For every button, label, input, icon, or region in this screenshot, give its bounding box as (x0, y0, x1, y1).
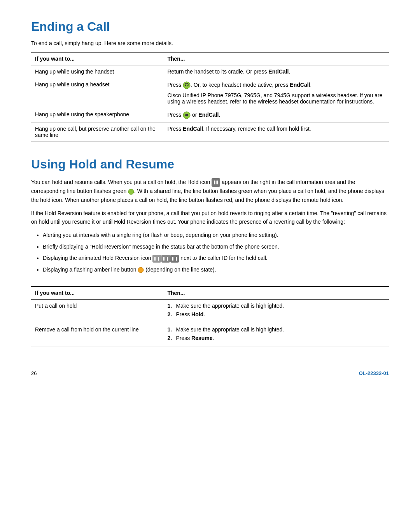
svg-rect-5 (185, 115, 186, 116)
svg-rect-15 (167, 257, 168, 261)
table-cell-want: Hang up while using the handset (31, 65, 163, 78)
table-cell-then: 1. Make sure the appropriate call is hig… (163, 299, 389, 323)
svg-rect-12 (158, 257, 159, 261)
svg-rect-2 (187, 85, 189, 86)
list-item: 2. Press Hold. (167, 311, 385, 317)
list-item: 1. Make sure the appropriate call is hig… (167, 326, 385, 333)
speaker-icon (183, 111, 191, 119)
footer: 26 OL-22332-01 (31, 370, 389, 376)
table-row: Hang up while using the speakerphone Pre… (31, 108, 389, 123)
doc-reference: OL-22332-01 (359, 370, 389, 376)
steps-list: 1. Make sure the appropriate call is hig… (167, 303, 385, 317)
list-item: Displaying a flashing amber line button … (43, 266, 389, 274)
hr-icon2 (161, 255, 170, 263)
hr-icon3 (170, 255, 179, 263)
list-item: Alerting you at intervals with a single … (43, 231, 389, 240)
amber-circle-icon (138, 267, 144, 273)
green-circle-icon (128, 189, 134, 195)
section2-para2: If the Hold Reversion feature is enabled… (31, 209, 389, 226)
page-number: 26 (31, 370, 37, 376)
svg-rect-1 (185, 85, 186, 86)
bullet-list: Alerting you at intervals with a single … (43, 231, 389, 274)
col1-header: If you want to... (31, 52, 163, 65)
table-row: Remove a call from hold on the current l… (31, 323, 389, 347)
table-cell-then: Press EndCall. If necessary, remove the … (163, 123, 389, 142)
table-row: Hang up one call, but preserve another c… (31, 123, 389, 142)
hold-reversion-icons (152, 255, 179, 263)
headset-icon (183, 81, 191, 89)
table-cell-want: Hang up one call, but preserve another c… (31, 123, 163, 142)
svg-rect-7 (214, 181, 215, 184)
section2-body: You can hold and resume calls. When you … (31, 178, 389, 274)
table-row: Hang up while using the handset Return t… (31, 65, 389, 78)
svg-rect-6 (212, 178, 220, 187)
section1-intro: To end a call, simply hang up. Here are … (31, 40, 389, 46)
table-cell-want: Remove a call from hold on the current l… (31, 323, 163, 347)
svg-rect-17 (172, 257, 173, 261)
svg-rect-18 (176, 257, 177, 261)
svg-rect-16 (170, 255, 179, 263)
list-item: Displaying the animated Hold Reversion i… (43, 254, 389, 263)
endcall-bold: EndCall (268, 68, 289, 75)
svg-rect-13 (161, 255, 170, 263)
section2-para1: You can hold and resume calls. When you … (31, 178, 389, 204)
table-row: Hang up while using a headset Press . Or… (31, 78, 389, 108)
table-cell-want: Hang up while using the speakerphone (31, 108, 163, 123)
table-cell-then: Return the handset to its cradle. Or pre… (163, 65, 389, 78)
list-item: 1. Make sure the appropriate call is hig… (167, 303, 385, 309)
svg-rect-14 (163, 257, 164, 261)
ending-call-table: If you want to... Then... Hang up while … (31, 52, 389, 142)
table-cell-then: Press or EndCall. (163, 108, 389, 123)
list-item: 2. Press Resume. (167, 335, 385, 341)
hold-icon-large (212, 178, 220, 187)
col2-header: Then... (163, 52, 389, 65)
svg-rect-8 (217, 181, 218, 184)
endcall-bold4: EndCall (183, 126, 203, 132)
svg-point-0 (183, 82, 190, 89)
steps-list2: 1. Make sure the appropriate call is hig… (167, 326, 385, 341)
svg-point-19 (138, 267, 144, 273)
table-cell-want: Put a call on hold (31, 299, 163, 323)
hr-icon1 (152, 255, 161, 263)
section1-title: Ending a Call (31, 19, 389, 34)
svg-rect-11 (154, 257, 156, 261)
table-cell-then: Press . Or, to keep headset mode active,… (163, 78, 389, 108)
col1-header-hr: If you want to... (31, 286, 163, 300)
svg-point-9 (128, 189, 134, 195)
list-item: Briefly displaying a "Hold Reversion" me… (43, 243, 389, 251)
endcall-bold2: EndCall (290, 82, 310, 88)
col2-header-hr: Then... (163, 286, 389, 300)
svg-rect-10 (152, 255, 161, 263)
table-cell-want: Hang up while using a headset (31, 78, 163, 108)
table-row: Put a call on hold 1. Make sure the appr… (31, 299, 389, 323)
hold-resume-table: If you want to... Then... Put a call on … (31, 286, 389, 347)
endcall-bold3: EndCall (198, 112, 219, 118)
section2-title: Using Hold and Resume (31, 157, 389, 172)
table-cell-then: 1. Make sure the appropriate call is hig… (163, 323, 389, 347)
